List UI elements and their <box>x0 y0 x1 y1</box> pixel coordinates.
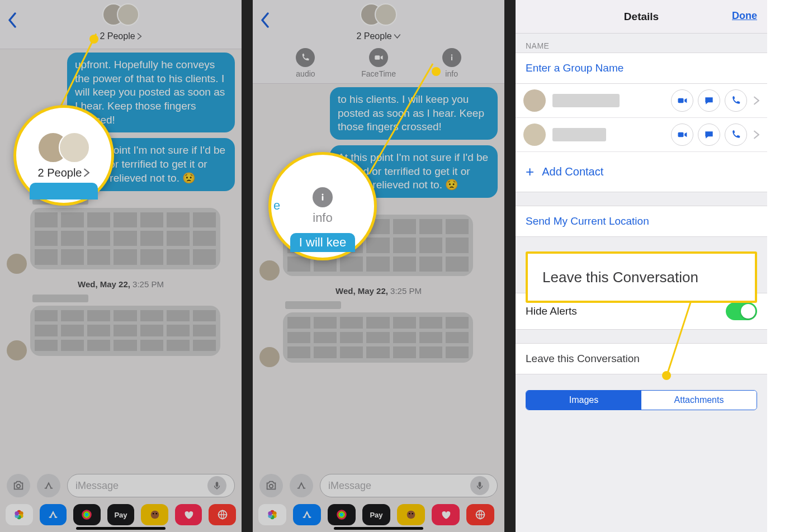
group-name-field[interactable]: Enter a Group Name <box>516 53 767 84</box>
people-count-label: 2 People <box>100 31 135 41</box>
camera-button[interactable] <box>7 474 30 497</box>
apple-pay-app-icon[interactable]: Pay <box>107 504 135 525</box>
conversation-header: 2 People <box>0 0 242 49</box>
camera-button[interactable] <box>259 474 283 497</box>
svg-point-12 <box>153 513 154 514</box>
home-indicator[interactable] <box>334 527 423 530</box>
info-label: info <box>445 69 458 78</box>
contact-avatar <box>523 89 546 112</box>
message-button[interactable] <box>698 89 720 112</box>
sender-avatar <box>7 340 27 360</box>
phone-button[interactable] <box>725 124 747 146</box>
sender-avatar <box>259 347 280 367</box>
sender-avatar <box>7 254 27 274</box>
leave-conversation-button[interactable]: Leave this Conversation <box>516 343 767 374</box>
callout-bubble-snippet: I will kee <box>290 233 355 252</box>
contact-actions <box>671 89 759 112</box>
back-button[interactable] <box>8 12 17 30</box>
photos-app-icon[interactable] <box>6 504 33 525</box>
timestamp: Wed, May 22, 3:25 PM <box>259 286 498 296</box>
callout-rectangle: Leave this Conversation <box>526 251 757 303</box>
apple-pay-app-icon[interactable]: Pay <box>362 504 390 525</box>
svg-point-7 <box>15 511 19 515</box>
screenshot-step-3: Details Done NAME Enter a Group Name <box>516 0 767 532</box>
panel-divider <box>504 0 516 532</box>
home-indicator[interactable] <box>76 527 166 530</box>
people-count-button[interactable]: 2 People <box>100 31 141 41</box>
svg-point-33 <box>322 194 324 196</box>
message-input[interactable]: iMessage <box>320 474 498 497</box>
svg-point-28 <box>341 514 343 516</box>
media-segmented-control[interactable]: Images Attachments <box>526 390 757 410</box>
contact-avatar <box>523 124 546 146</box>
chevron-right-icon <box>754 130 759 139</box>
svg-rect-1 <box>216 482 219 487</box>
info-button[interactable]: info <box>442 48 461 78</box>
callout-circle: 2 People <box>13 105 114 206</box>
avatar <box>375 3 397 26</box>
details-header: Details Done <box>516 0 767 34</box>
add-contact-button[interactable]: + Add Contact <box>516 152 767 192</box>
images-tab[interactable]: Images <box>526 391 641 410</box>
back-button[interactable] <box>261 12 270 30</box>
done-button[interactable]: Done <box>732 10 757 22</box>
more-app-icon[interactable] <box>209 504 236 525</box>
callout-info-label: info <box>313 211 332 225</box>
app-store-button[interactable] <box>290 474 313 497</box>
svg-point-29 <box>407 511 415 519</box>
name-section-label: NAME <box>516 34 767 53</box>
contact-row[interactable] <box>516 84 767 118</box>
app-store-app-icon[interactable] <box>293 504 321 525</box>
group-avatars[interactable] <box>360 3 397 26</box>
video-call-button[interactable] <box>671 124 693 146</box>
contact-row[interactable] <box>516 118 767 152</box>
avatar <box>117 3 139 26</box>
svg-point-11 <box>150 511 159 519</box>
memoji-app-icon[interactable] <box>141 504 168 525</box>
plus-icon: + <box>526 163 534 180</box>
group-avatars[interactable] <box>102 3 139 26</box>
add-contact-label: Add Contact <box>542 165 603 178</box>
sender-avatar <box>259 260 280 281</box>
header-actions: audio FaceTime info <box>253 48 504 78</box>
message-placeholder: iMessage <box>328 480 470 492</box>
svg-rect-36 <box>678 132 684 137</box>
hide-alerts-toggle[interactable] <box>726 302 757 320</box>
photos-app-icon[interactable] <box>258 504 286 525</box>
mic-button[interactable] <box>207 476 226 495</box>
message-input[interactable]: iMessage <box>67 474 235 497</box>
facetime-button[interactable]: FaceTime <box>361 48 396 78</box>
digital-touch-app-icon[interactable] <box>175 504 202 525</box>
more-app-icon[interactable] <box>466 504 494 525</box>
app-drawer: Pay <box>0 502 242 528</box>
contact-name-redacted <box>552 128 606 141</box>
app-store-app-icon[interactable] <box>40 504 67 525</box>
callout-dot <box>662 371 671 380</box>
people-count-label: 2 People <box>356 31 391 41</box>
digital-touch-app-icon[interactable] <box>432 504 460 525</box>
phone-button[interactable] <box>725 89 747 112</box>
callout-dot <box>432 67 441 76</box>
svg-point-13 <box>155 513 157 514</box>
audio-button[interactable]: audio <box>296 48 315 78</box>
app-store-button[interactable] <box>37 474 60 497</box>
message-button[interactable] <box>698 124 720 146</box>
audio-label: audio <box>296 69 315 78</box>
send-location-button[interactable]: Send My Current Location <box>516 206 767 237</box>
video-call-button[interactable] <box>671 89 693 112</box>
screenshot-step-1: 2 People upfront. Hopefully he conveys t… <box>0 0 242 532</box>
redacted-name <box>285 301 341 309</box>
activity-app-icon[interactable] <box>73 504 101 525</box>
mic-button[interactable] <box>470 476 489 495</box>
compose-bar: iMessage <box>253 470 504 501</box>
people-count-button[interactable]: 2 People <box>356 31 400 41</box>
svg-rect-15 <box>375 55 380 60</box>
callout-leave-label: Leave this Conversation <box>542 269 698 286</box>
svg-point-25 <box>268 511 272 515</box>
svg-point-31 <box>412 513 413 514</box>
callout-label: 2 People <box>38 167 82 179</box>
attachments-tab[interactable]: Attachments <box>641 391 757 410</box>
memoji-app-icon[interactable] <box>397 504 425 525</box>
activity-app-icon[interactable] <box>328 504 356 525</box>
message-placeholder: iMessage <box>75 480 207 492</box>
